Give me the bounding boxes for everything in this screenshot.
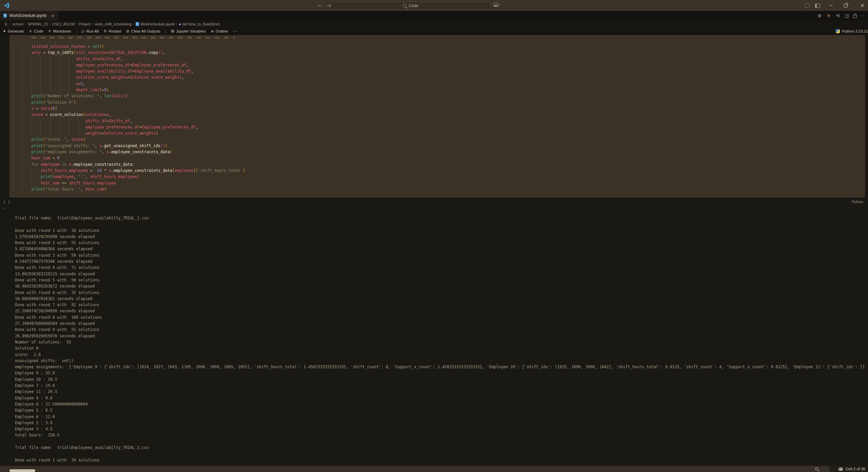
code-line: shifts_df=Shifts_df,: [13, 118, 865, 124]
code-line: employee_preferences_df=Employee_prefere…: [13, 62, 865, 68]
editor-layout-icon: [494, 3, 498, 7]
output-line: Trial file name: trial\Employees_availab…: [15, 215, 868, 221]
code-line: print("Number of solutions: ", len(sols)…: [13, 93, 865, 99]
outline-button[interactable]: ≡Outline: [211, 29, 228, 34]
status-bar: Cell 2 of 36: [0, 466, 868, 472]
code-line: s = sols[0]: [13, 105, 865, 112]
output-line: Done with round 7 with 92 solutions: [15, 302, 868, 308]
output-line: 1.5701665878295898 seconds elapsed: [15, 234, 868, 240]
cell-position-indicator[interactable]: Cell 2 of 36: [846, 467, 865, 471]
more-actions-icon[interactable]: ⋯: [860, 13, 866, 18]
split-editor-icon[interactable]: ◫: [844, 13, 850, 18]
maximize-restore-button[interactable]: [840, 0, 852, 11]
output-line: Employee 2 : 3.0: [15, 420, 868, 426]
breadcrumb-separator: ›: [176, 22, 177, 26]
nav-back-icon[interactable]: ←: [316, 2, 323, 9]
copilot-icon[interactable]: [839, 468, 843, 471]
toolbar-separator: |: [165, 29, 166, 33]
breadcrumb-item[interactable]: Project: [79, 22, 91, 26]
output-line: Employee 4 : 9.0: [15, 395, 868, 401]
output-overflow-button[interactable]: ⋯: [2, 206, 6, 211]
tab-workschedule-ipynb[interactable]: WorkSchedule.ipynb ×: [0, 11, 58, 20]
tab-close-icon[interactable]: ×: [51, 13, 55, 18]
jupyter-variables-button-icon: ⊞: [171, 29, 174, 34]
output-line: Number of solutions: 55: [15, 339, 868, 345]
output-line: Employee 3 : 4.5: [15, 426, 868, 432]
code-line: print("total hours: ", hour_sum): [13, 186, 865, 192]
kernel-picker[interactable]: Python 3.10.11: [836, 27, 868, 35]
notebook-file-icon: [3, 14, 7, 18]
toolbar-more-button-icon: ⋯: [233, 29, 237, 34]
add-markdown-cell-button[interactable]: +Markdown: [48, 29, 71, 34]
sparkle-icon[interactable]: ✳: [826, 13, 832, 18]
output-line: [15, 451, 868, 457]
jupyter-variables-button[interactable]: ⊞Jupyter Variables: [171, 29, 206, 34]
command-center-search[interactable]: Code: [331, 2, 491, 9]
output-line: Solution 0: [15, 345, 868, 351]
output-line: Employee 9 : 35.0: [15, 370, 868, 376]
output-line: Trial file name: trial\Employees_availab…: [15, 445, 868, 451]
outline-button-icon: ≡: [211, 29, 214, 34]
run-all-button[interactable]: ▷Run All: [82, 29, 99, 34]
clear-all-outputs-button[interactable]: ⊘Clear All Outputs: [126, 29, 160, 34]
code-line: depth_limit=8): [13, 87, 865, 93]
generate-button[interactable]: ✦Generate: [3, 29, 24, 34]
status-bar-right: Cell 2 of 36: [829, 466, 868, 472]
code-cell-editor[interactable]: visited_solution_hashes = set()sols = to…: [9, 35, 865, 197]
add-markdown-cell-button-icon: +: [48, 29, 52, 34]
output-line: Employee 8 : 27.500000000000004: [15, 401, 868, 407]
breadcrumb-item[interactable]: work_shift_scheduling: [95, 22, 131, 26]
code-line: solution_score_weights=Solution_score_we…: [13, 74, 865, 80]
toggle-panel-icon[interactable]: [815, 4, 820, 8]
output-line: Done with round 6 with 35 solutions: [15, 290, 868, 296]
unlock-icon[interactable]: [853, 15, 857, 18]
execution-count: [ ]: [3, 200, 10, 204]
breadcrumb-item[interactable]: ◆def time_to_float(time):: [179, 22, 220, 26]
output-line: score: 2.0: [15, 352, 868, 358]
code-line: score = score_solution(solution=s,: [13, 112, 865, 118]
breadcrumb: E:›school›SPRING_23›CSCI_4511W›Project›w…: [0, 20, 868, 27]
code-line: visited_solution_hashes = set(): [13, 43, 865, 50]
settings-gear-icon[interactable]: ⚙: [816, 13, 823, 18]
output-line: total hours: 158.5: [15, 432, 868, 438]
editor-layout-dropdown[interactable]: ˅: [494, 3, 500, 7]
tab-label: WorkSchedule.ipynb: [9, 13, 46, 18]
breadcrumb-item[interactable]: CSCI_4511W: [52, 22, 75, 26]
add-code-cell-button[interactable]: +Code: [29, 29, 43, 34]
notebook-toolbar: ✦Generate+Code+Markdown|▷Run All↻Restart…: [0, 27, 868, 35]
customize-layout-icon[interactable]: [805, 3, 809, 8]
breadcrumb-item[interactable]: WorkSchedule.ipynb: [136, 22, 175, 26]
output-line: Done with round 3 with 50 solutions: [15, 252, 868, 258]
code-line: print("unassigned shifts: ", s.get_unass…: [13, 143, 865, 149]
code-editor-content: visited_solution_hashes = set()sols = to…: [13, 43, 865, 192]
kernel-label: Python 3.10.11: [842, 29, 868, 33]
breadcrumb-item[interactable]: school: [13, 22, 23, 26]
cell-language-indicator[interactable]: Python: [852, 200, 863, 204]
code-line: employee_preferences_df=Employee_prefere…: [13, 124, 865, 130]
output-line: Done with round 1 with 26 solutions: [15, 228, 868, 234]
toolbar-more-button[interactable]: ⋯: [233, 29, 237, 34]
close-window-button[interactable]: ×: [856, 0, 868, 11]
restart-button[interactable]: ↻Restart: [103, 29, 121, 34]
search-label: Code: [409, 3, 418, 8]
title-bar: ← → Code ˅ ×: [0, 0, 868, 11]
breadcrumb-separator: ›: [76, 22, 77, 26]
kernel-history-icon[interactable]: ⟲: [835, 13, 841, 18]
notebook-panel: visited_solution_hashes = set()sols = to…: [0, 35, 868, 466]
search-icon: [403, 4, 407, 7]
code-line: print("score: ", score): [13, 136, 865, 142]
breadcrumb-item[interactable]: E:: [5, 22, 8, 26]
breadcrumb-item[interactable]: SPRING_23: [27, 22, 48, 26]
output-line: 27.108487606048584 seconds elapsed: [15, 320, 868, 327]
output-line: Done with round 8 with 160 solutions: [15, 314, 868, 320]
output-line: 16.464336395263672 seconds elapsed: [15, 283, 868, 289]
output-line: 8.544723987579346 seconds elapsed: [15, 258, 868, 264]
output-line: 29.996295928955078 seconds elapsed: [15, 333, 868, 339]
editor-actions: ⚙✳⟲◫⋯: [816, 11, 866, 20]
clear-all-outputs-button-icon: ⊘: [126, 29, 130, 34]
symbol-method-icon: ◆: [179, 22, 181, 26]
zoom-out-icon[interactable]: [815, 467, 818, 471]
restart-button-icon: ↻: [103, 29, 107, 34]
horizontal-scrollbar-thumb[interactable]: [9, 469, 35, 472]
minimize-button[interactable]: [825, 0, 837, 11]
